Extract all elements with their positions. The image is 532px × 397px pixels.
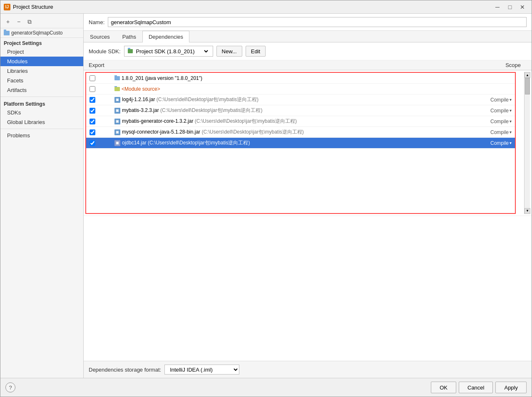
dep-checkbox-ojdbc[interactable] [89, 140, 95, 146]
copy-module-button[interactable]: ⧉ [25, 17, 35, 26]
dep-name-sdk: 1.8.0_201 (java version "1.8.0_201") [114, 75, 470, 81]
sidebar-item-global-libraries[interactable]: Global Libraries [0, 117, 83, 127]
dep-row-mybatis[interactable]: ▣ mybatis-3.2.3.jar (C:\Users\dell\Deskt… [86, 105, 515, 116]
app-icon: IJ [4, 4, 10, 10]
sdk-select-wrapper: Project SDK (1.8.0_201) [124, 46, 213, 57]
dep-name-log4j: ▣ log4j-1.2.16.jar (C:\Users\dell\Deskto… [114, 96, 470, 103]
dep-row-log4j[interactable]: ▣ log4j-1.2.16.jar (C:\Users\dell\Deskto… [86, 94, 515, 105]
module-source-icon [114, 87, 120, 91]
sidebar-item-libraries[interactable]: Libraries [0, 66, 83, 76]
panel-content: Module SDK: Project SDK (1.8.0_201) New.… [84, 42, 532, 378]
bottom-bar: ? OK Cancel Apply [0, 378, 532, 397]
dep-export-log4j [89, 97, 114, 103]
right-panel: Name: Sources Paths Dependencies Mo [84, 14, 532, 378]
dep-export-ojdbc [89, 140, 114, 146]
dep-name-mybatis: ▣ mybatis-3.2.3.jar (C:\Users\dell\Deskt… [114, 107, 470, 114]
dep-scope-log4j[interactable]: Compile ▾ [470, 97, 512, 103]
sdk-folder-icon [128, 49, 133, 53]
close-button[interactable]: ✕ [517, 2, 528, 12]
dep-name-mybatis-gen: ▣ mybatis-generator-core-1.3.2.jar (C:\U… [114, 118, 470, 125]
storage-label: Dependencies storage format: [89, 367, 161, 373]
sdk-label: Module SDK: [89, 48, 121, 55]
dep-name-ojdbc: ▣ ojdbc14.jar (C:\Users\dell\Desktop\jar… [114, 139, 470, 146]
ok-button[interactable]: OK [431, 382, 456, 393]
dep-export-sdk [89, 75, 114, 81]
title-bar: IJ Project Structure ─ □ ✕ [0, 0, 532, 14]
sidebar-item-sdks[interactable]: SDKs [0, 108, 83, 117]
maximize-button[interactable]: □ [504, 2, 516, 12]
bottom-left: ? [5, 382, 15, 392]
dep-row-sdk[interactable]: 1.8.0_201 (java version "1.8.0_201") [86, 73, 515, 84]
dep-scope-mybatis[interactable]: Compile ▾ [470, 108, 512, 114]
dep-row-mybatis-gen[interactable]: ▣ mybatis-generator-core-1.3.2.jar (C:\U… [86, 116, 515, 127]
sdk-dropdown[interactable]: Project SDK (1.8.0_201) [124, 46, 213, 57]
remove-module-button[interactable]: − [14, 17, 24, 26]
scroll-down-button[interactable]: ▼ [525, 208, 530, 214]
name-label: Name: [89, 19, 104, 25]
name-row: Name: [84, 14, 532, 31]
jar-icon-mysql: ▣ [114, 129, 120, 135]
dep-export-mybatis-gen [89, 119, 114, 124]
window-controls: ─ □ ✕ [492, 2, 528, 12]
dep-checkbox-mybatis-gen[interactable] [89, 119, 95, 124]
sdk-row: Module SDK: Project SDK (1.8.0_201) New.… [84, 42, 532, 60]
tab-dependencies[interactable]: Dependencies [142, 31, 189, 42]
sdk-edit-button[interactable]: Edit [246, 46, 266, 57]
dep-scope-ojdbc[interactable]: Compile ▾ [470, 140, 512, 146]
module-folder-icon [4, 31, 10, 35]
help-button[interactable]: ? [5, 382, 15, 392]
module-item[interactable]: generatorSqlmapCusto [0, 28, 83, 38]
sidebar-item-project[interactable]: Project [0, 47, 83, 57]
dep-header-scope: Scope [479, 62, 521, 68]
dep-scope-mysql[interactable]: Compile ▾ [470, 129, 512, 135]
module-name: generatorSqlmapCusto [11, 30, 62, 36]
dep-row-module-source[interactable]: <Module source> [86, 84, 515, 94]
jar-icon-mybatis: ▣ [114, 108, 120, 114]
window-title: Project Structure [13, 4, 492, 10]
project-settings-header: Project Settings [0, 38, 83, 47]
dep-table-wrapper: 1.8.0_201 (java version "1.8.0_201") [84, 70, 532, 216]
dep-scrollbar[interactable]: ▲ ▼ [524, 72, 530, 214]
dep-table-header: Export Scope [84, 60, 532, 70]
apply-button[interactable]: Apply [495, 382, 527, 393]
tabs-row: Sources Paths Dependencies [84, 31, 532, 42]
platform-settings-header: Platform Settings [0, 99, 83, 108]
jar-icon-ojdbc: ▣ [114, 140, 120, 146]
dep-scope-mybatis-gen[interactable]: Compile ▾ [470, 119, 512, 124]
sidebar-item-problems[interactable]: Problems [0, 131, 83, 140]
scroll-thumb[interactable] [525, 78, 530, 94]
dep-export-mysql [89, 129, 114, 135]
dep-name-module-source: <Module source> [114, 86, 470, 92]
dep-table-scroll[interactable]: 1.8.0_201 (java version "1.8.0_201") [85, 72, 516, 214]
sidebar-divider-2 [0, 129, 83, 129]
dep-header-export: Export [89, 62, 114, 68]
dep-checkbox-mysql[interactable] [89, 129, 95, 135]
dep-export-module-source [89, 86, 114, 92]
project-structure-window: IJ Project Structure ─ □ ✕ + − ⧉ generat… [0, 0, 532, 397]
main-content: + − ⧉ generatorSqlmapCusto Project Setti… [0, 14, 532, 378]
minimize-button[interactable]: ─ [492, 2, 503, 12]
name-input[interactable] [108, 17, 527, 27]
sdk-select[interactable]: Project SDK (1.8.0_201) [134, 48, 209, 55]
dep-export-mybatis [89, 108, 114, 114]
sidebar-item-facets[interactable]: Facets [0, 76, 83, 85]
tab-paths[interactable]: Paths [116, 31, 142, 42]
dep-row-ojdbc[interactable]: ▣ ojdbc14.jar (C:\Users\dell\Desktop\jar… [86, 138, 515, 149]
dep-name-mysql: ▣ mysql-connector-java-5.1.28-bin.jar (C… [114, 129, 470, 136]
sidebar-divider [0, 97, 83, 97]
dep-bottom: Dependencies storage format: IntelliJ ID… [84, 361, 532, 378]
sidebar-item-artifacts[interactable]: Artifacts [0, 85, 83, 95]
storage-select[interactable]: IntelliJ IDEA (.iml) [164, 365, 239, 375]
sdk-new-button[interactable]: New... [216, 46, 242, 57]
add-module-button[interactable]: + [3, 17, 13, 26]
dep-checkbox-module-source[interactable] [89, 86, 95, 92]
dep-checkbox-sdk[interactable] [89, 75, 95, 81]
cancel-button[interactable]: Cancel [459, 382, 493, 393]
dep-row-mysql[interactable]: ▣ mysql-connector-java-5.1.28-bin.jar (C… [86, 127, 515, 138]
dep-checkbox-mybatis[interactable] [89, 108, 95, 114]
dep-lower-area [84, 216, 532, 361]
sidebar-item-modules[interactable]: Modules [0, 57, 83, 66]
scroll-up-button[interactable]: ▲ [525, 72, 530, 78]
tab-sources[interactable]: Sources [84, 31, 116, 42]
dep-checkbox-log4j[interactable] [89, 97, 95, 103]
